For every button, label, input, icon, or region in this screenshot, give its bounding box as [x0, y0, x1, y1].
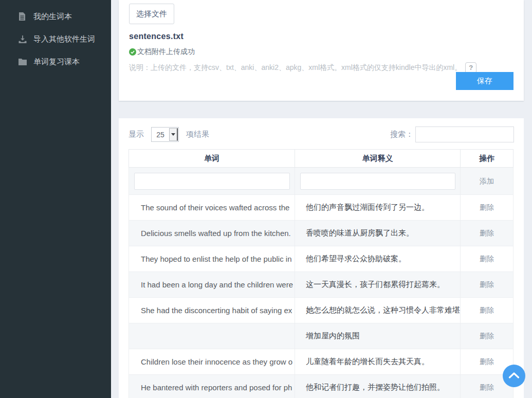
word-text	[129, 323, 295, 349]
definition-text: 他们的声音飘过湖面传到了另一边。	[295, 195, 461, 221]
upload-panel: 选择文件 sentences.txt 文档附件上传成功 说明：上传的文件，支持c…	[119, 0, 524, 101]
chevron-up-icon	[508, 372, 520, 380]
folder-icon	[19, 59, 27, 65]
new-word-input[interactable]	[134, 173, 290, 190]
page-size-value: 25	[152, 131, 169, 139]
format-note-text: 说明：上传的文件，支持csv、txt、anki、anki2、apkg、xml格式…	[129, 63, 462, 73]
table-row: Children lose their innocence as they gr…	[129, 349, 513, 375]
sidebar-item-review-book[interactable]: 单词复习课本	[0, 50, 111, 73]
definition-text: 儿童随着年龄的增长而失去其天真。	[295, 349, 461, 375]
word-text: They hoped to enlist the help of the pub…	[129, 246, 295, 272]
upload-status-text: 文档附件上传成功	[137, 47, 195, 57]
file-text-icon	[19, 12, 27, 21]
table-row: She had the disconcerting habit of sayin…	[129, 298, 513, 323]
delete-link[interactable]: 删除	[480, 203, 494, 211]
definition-text: 他们希望寻求公众协助破案。	[295, 246, 461, 272]
column-header-definition[interactable]: 单词释义	[295, 150, 461, 168]
delete-link[interactable]: 删除	[480, 332, 494, 340]
table-row: They hoped to enlist the help of the pub…	[129, 246, 513, 272]
sidebar: 我的生词本 导入其他软件生词 单词复习课本	[0, 0, 111, 398]
sidebar-item-my-wordbook[interactable]: 我的生词本	[0, 5, 111, 28]
back-to-top-button[interactable]	[503, 365, 525, 387]
search-control: 搜索：	[390, 126, 514, 142]
table-row: Delicious smells wafted up from the kitc…	[129, 221, 513, 246]
delete-link[interactable]: 删除	[480, 229, 494, 237]
new-definition-input[interactable]	[300, 173, 455, 190]
column-header-word[interactable]: 单词	[129, 150, 295, 168]
show-label: 显示	[129, 130, 144, 139]
upload-status: 文档附件上传成功	[129, 47, 195, 57]
uploaded-file-name: sentences.txt	[129, 32, 184, 41]
check-circle-icon	[129, 48, 136, 56]
sidebar-item-label: 我的生词本	[33, 12, 72, 22]
page-size-control: 显示 25 项结果	[129, 127, 209, 142]
format-note: 说明：上传的文件，支持csv、txt、anki、anki2、apkg、xml格式…	[129, 62, 476, 74]
table-header-row: 单词 单词释义 操作	[129, 150, 513, 168]
table-controls: 显示 25 项结果 搜索：	[129, 126, 514, 142]
table-row: It had been a long day and the children …	[129, 272, 513, 298]
sidebar-item-label: 导入其他软件生词	[33, 34, 95, 44]
search-label: 搜索：	[390, 130, 413, 139]
search-input[interactable]	[415, 126, 514, 142]
word-import-page: 我的生词本 导入其他软件生词 单词复习课本 选择文件 sentences.txt…	[0, 0, 532, 398]
save-button[interactable]: 保存	[456, 72, 513, 90]
definition-text: 这一天真漫长，孩子们都累得打起蔫来。	[295, 272, 461, 298]
table-row: He bantered with reporters and posed for…	[129, 375, 513, 398]
results-panel: 显示 25 项结果 搜索： 单词 单词释义 操作	[119, 118, 524, 398]
definition-text: 香喷喷的味道从厨房飘了出来。	[295, 221, 461, 246]
word-text: He bantered with reporters and posed for…	[129, 375, 295, 398]
delete-link[interactable]: 删除	[480, 357, 494, 366]
word-text: She had the disconcerting habit of sayin…	[129, 298, 295, 323]
word-text: The sound of their voices wafted across …	[129, 195, 295, 221]
choose-file-button[interactable]: 选择文件	[129, 4, 174, 24]
column-header-action[interactable]: 操作	[461, 150, 513, 168]
table-row: 增加屋内的氛围 删除	[129, 323, 513, 349]
delete-link[interactable]: 删除	[480, 383, 494, 391]
delete-link[interactable]: 删除	[480, 306, 494, 314]
definition-text: 她怎么想的就怎么说，这种习惯令人非常难堪。	[295, 298, 461, 323]
definition-text: 增加屋内的氛围	[295, 323, 461, 349]
table-body: 添加 The sound of their voices wafted acro…	[129, 168, 513, 398]
words-table: 单词 单词释义 操作 添加 The sound of their voices …	[129, 149, 513, 398]
delete-link[interactable]: 删除	[480, 255, 494, 263]
add-link[interactable]: 添加	[480, 177, 494, 185]
results-label: 项结果	[186, 130, 209, 139]
sidebar-item-import-words[interactable]: 导入其他软件生词	[0, 28, 111, 50]
chevron-down-icon	[169, 128, 178, 141]
word-text: Delicious smells wafted up from the kitc…	[129, 221, 295, 246]
delete-link[interactable]: 删除	[480, 280, 494, 288]
page-size-select[interactable]: 25	[151, 127, 179, 142]
word-text: Children lose their innocence as they gr…	[129, 349, 295, 375]
import-icon	[19, 35, 27, 43]
definition-text: 他和记者们打趣，并摆姿势让他们拍照。	[295, 375, 461, 398]
add-word-row: 添加	[129, 168, 513, 195]
word-text: It had been a long day and the children …	[129, 272, 295, 298]
sidebar-item-label: 单词复习课本	[33, 57, 80, 67]
table-row: The sound of their voices wafted across …	[129, 195, 513, 221]
